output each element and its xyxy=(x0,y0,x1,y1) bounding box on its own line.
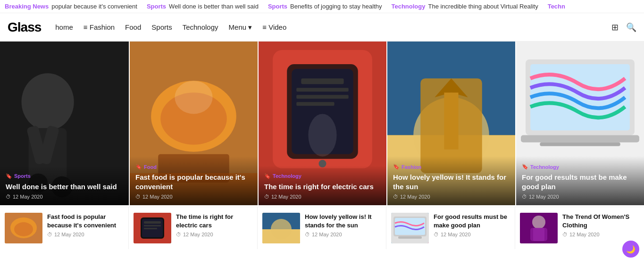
svg-rect-21 xyxy=(296,102,334,106)
svg-rect-20 xyxy=(296,95,348,99)
ticker-item-4: Technology The incredible thing about Vi… xyxy=(391,3,538,10)
list-date-1: ⏱ 12 May 2020 xyxy=(176,232,252,237)
svg-rect-33 xyxy=(521,135,639,142)
category-tag-2: 🔖 Technology xyxy=(264,173,301,179)
ticker-item-2: Sports Well done is better than well sai… xyxy=(147,3,259,10)
featured-date-4: ⏱ 12 May 2020 xyxy=(522,194,638,200)
svg-point-47 xyxy=(271,219,292,240)
list-date-0: ⏱ 12 May 2020 xyxy=(47,232,124,237)
news-ticker: Breaking News popular because it's conve… xyxy=(0,0,644,13)
fashion-icon: ≡ xyxy=(84,23,90,31)
svg-point-37 xyxy=(14,222,33,236)
clock-list-icon-4: ⏱ xyxy=(562,232,568,237)
clock-icon-2: ⏱ xyxy=(264,194,269,200)
list-thumb-1 xyxy=(134,213,171,243)
list-thumb-2 xyxy=(262,213,300,243)
list-item-1[interactable]: The time is right for electric cars ⏱ 12… xyxy=(129,207,258,249)
featured-item-4[interactable]: 🔖 Technology For good results must be ma… xyxy=(515,42,644,205)
ticker-item-5: Techn xyxy=(548,3,565,10)
list-thumb-3 xyxy=(391,213,429,243)
list-date-4: ⏱ 12 May 2020 xyxy=(562,232,639,237)
list-item-0[interactable]: Fast food is popular because it's conven… xyxy=(0,207,129,249)
ticker-item-1: Breaking News popular because it's conve… xyxy=(5,3,137,10)
main-nav: home ≡ Fashion Food Sports Technology Me… xyxy=(55,23,611,32)
featured-grid: 🔖 Sports Well done is better than well s… xyxy=(0,42,644,207)
list-info-4: The Trend Of Women'S Clothing ⏱ 12 May 2… xyxy=(562,213,639,237)
bookmark-icon-3: 🔖 xyxy=(393,164,400,170)
featured-item-3[interactable]: 🔖 Fashion How lovely yellow is! It stand… xyxy=(386,42,515,205)
ticker-item-3: Sports Benefits of jogging to stay healt… xyxy=(268,3,382,10)
nav-home[interactable]: home xyxy=(55,23,73,31)
featured-overlay-2: 🔖 Technology The time is right for elect… xyxy=(259,166,386,206)
featured-date-1: ⏱ 12 May 2020 xyxy=(135,194,252,200)
nav-menu[interactable]: Menu ▾ xyxy=(229,23,252,32)
nav-video[interactable]: ≡ Video xyxy=(262,23,286,31)
category-tag-3: 🔖 Fashion xyxy=(393,164,421,170)
svg-point-53 xyxy=(532,216,545,229)
grid-icon[interactable]: ⊞ xyxy=(611,22,619,33)
bookmark-icon-0: 🔖 xyxy=(6,173,12,179)
list-info-3: For good results must be make good plan … xyxy=(434,213,510,237)
svg-point-11 xyxy=(175,81,212,114)
svg-rect-42 xyxy=(144,225,161,226)
clock-list-icon-2: ⏱ xyxy=(305,232,310,237)
ticker-text-2: Well done is better than well said xyxy=(169,3,259,10)
clock-list-icon-1: ⏱ xyxy=(176,232,181,237)
ticker-label-3: Sports xyxy=(268,3,287,10)
svg-rect-43 xyxy=(144,228,157,229)
nav-food[interactable]: Food xyxy=(125,23,141,31)
list-date-3: ⏱ 12 May 2020 xyxy=(434,232,510,237)
featured-item-1[interactable]: 🔖 Food Fast food is popular because it's… xyxy=(129,42,258,205)
nav-sports[interactable]: Sports xyxy=(151,23,172,31)
featured-item-0[interactable]: 🔖 Sports Well done is better than well s… xyxy=(0,42,129,205)
nav-fashion[interactable]: ≡ Fashion xyxy=(84,23,115,31)
ticker-label-5: Techn xyxy=(548,3,565,10)
ticker-text-4: The incredible thing about Virtual Reali… xyxy=(428,3,538,10)
featured-overlay-0: 🔖 Sports Well done is better than well s… xyxy=(0,166,129,206)
nav-technology[interactable]: Technology xyxy=(183,23,218,31)
bookmark-icon-1: 🔖 xyxy=(135,164,142,170)
ticker-label-2: Sports xyxy=(147,3,166,10)
list-title-4: The Trend Of Women'S Clothing xyxy=(562,213,639,229)
category-tag-0: 🔖 Sports xyxy=(6,173,31,179)
bookmark-icon-4: 🔖 xyxy=(522,164,528,170)
ticker-text-3: Benefits of jogging to stay healthy xyxy=(290,3,382,10)
list-thumb-0 xyxy=(5,213,42,243)
bottom-list: Fast food is popular because it's conven… xyxy=(0,207,644,249)
site-logo[interactable]: Glass xyxy=(8,20,41,35)
svg-point-1 xyxy=(22,73,74,130)
category-tag-4: 🔖 Technology xyxy=(522,164,559,170)
video-icon: ≡ xyxy=(262,23,268,31)
category-tag-1: 🔖 Food xyxy=(135,164,157,170)
featured-date-2: ⏱ 12 May 2020 xyxy=(264,194,381,200)
list-item-2[interactable]: How lovely yellow is! It stands for the … xyxy=(258,207,386,249)
list-date-2: ⏱ 12 May 2020 xyxy=(305,232,381,237)
svg-rect-34 xyxy=(540,142,620,146)
svg-rect-51 xyxy=(398,236,422,239)
header-actions: ⊞ 🔍 xyxy=(611,22,636,33)
clock-icon-3: ⏱ xyxy=(393,194,398,200)
svg-rect-29 xyxy=(444,92,458,149)
list-info-2: How lovely yellow is! It stands for the … xyxy=(305,213,381,237)
svg-rect-55 xyxy=(533,228,544,241)
featured-title-1: Fast food is popular because it's conven… xyxy=(135,173,252,191)
featured-title-2: The time is right for electric cars xyxy=(264,182,381,192)
svg-rect-18 xyxy=(301,78,343,84)
featured-date-3: ⏱ 12 May 2020 xyxy=(393,194,510,200)
site-header: Glass home ≡ Fashion Food Sports Technol… xyxy=(0,13,644,42)
list-info-1: The time is right for electric cars ⏱ 12… xyxy=(176,213,252,237)
featured-item-2[interactable]: 🔖 Technology The time is right for elect… xyxy=(258,42,386,205)
list-title-0: Fast food is popular because it's conven… xyxy=(47,213,124,229)
list-thumb-4 xyxy=(520,213,558,243)
list-title-1: The time is right for electric cars xyxy=(176,213,252,229)
featured-title-0: Well done is better than well said xyxy=(6,182,123,192)
featured-overlay-1: 🔖 Food Fast food is popular because it's… xyxy=(130,156,258,205)
list-item-3[interactable]: For good results must be make good plan … xyxy=(386,207,515,249)
svg-rect-41 xyxy=(144,221,161,224)
search-icon[interactable]: 🔍 xyxy=(626,22,636,33)
clock-list-icon-3: ⏱ xyxy=(434,232,439,237)
ticker-label-4: Technology xyxy=(391,3,425,10)
featured-title-3: How lovely yellow is! It stands for the … xyxy=(393,173,510,191)
bookmark-icon-2: 🔖 xyxy=(264,173,271,179)
svg-point-22 xyxy=(308,114,336,156)
